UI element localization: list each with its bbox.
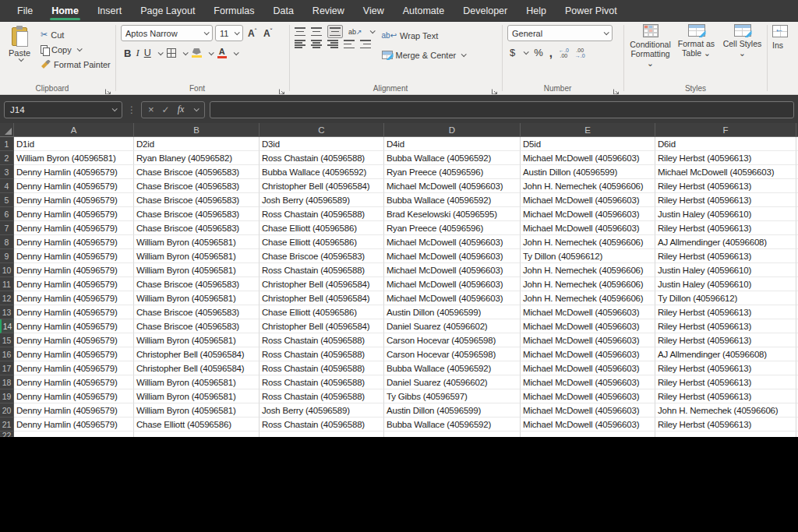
column-header-C[interactable]: C: [260, 123, 384, 137]
orientation-button[interactable]: ab↗: [348, 28, 362, 36]
cell[interactable]: John H. Nemechek (40596606): [521, 179, 655, 193]
menu-tab-view[interactable]: View: [354, 0, 394, 22]
cell[interactable]: Michael McDowell (40596603): [521, 389, 655, 403]
cell[interactable]: William Byron (40596581): [134, 333, 260, 347]
cell[interactable]: Brad Keselowski (40596595): [384, 207, 521, 221]
cell[interactable]: Ty Dillon (40596612): [521, 249, 655, 263]
cell[interactable]: Denny Hamlin (40596579): [14, 403, 134, 417]
chevron-down-icon[interactable]: [369, 28, 375, 33]
cell[interactable]: Michael McDowell (40596603): [521, 361, 655, 375]
row-header[interactable]: 9: [0, 249, 14, 263]
cell[interactable]: Michael McDowell (40596603): [521, 347, 655, 361]
cell[interactable]: Michael McDowell (40596603): [521, 221, 655, 235]
column-header-B[interactable]: B: [134, 123, 260, 137]
cell[interactable]: Chase Briscoe (40596583): [134, 193, 260, 207]
borders-button[interactable]: [167, 48, 176, 58]
row-header[interactable]: 11: [0, 277, 14, 291]
cell[interactable]: Michael McDowell (40596603): [521, 403, 655, 417]
cell[interactable]: D2id: [134, 137, 260, 151]
cell[interactable]: Ryan Blaney (40596582): [134, 151, 260, 165]
cell[interactable]: Michael McDowell (40596603): [655, 165, 796, 179]
copy-button[interactable]: Copy: [39, 42, 112, 57]
cell[interactable]: John H. Nemechek (40596606): [521, 235, 655, 249]
cell[interactable]: Ross Chastain (40596588): [260, 417, 384, 432]
cell[interactable]: Riley Herbst (40596613): [655, 389, 796, 403]
cell[interactable]: Michael McDowell (40596603): [521, 375, 655, 389]
clipboard-dialog-launcher-icon[interactable]: [104, 85, 112, 93]
column-header-F[interactable]: F: [655, 123, 796, 137]
cell[interactable]: William Byron (40596581): [14, 151, 134, 165]
cut-button[interactable]: ✂ Cut: [39, 27, 112, 42]
cell[interactable]: Michael McDowell (40596603): [521, 151, 655, 165]
font-name-combo[interactable]: Aptos Narrow: [121, 25, 213, 41]
cell[interactable]: Chase Elliott (40596586): [260, 221, 384, 235]
row-header[interactable]: 14: [0, 319, 14, 333]
comma-style-button[interactable]: ,: [549, 49, 553, 57]
insert-cells-button[interactable]: Ins: [772, 25, 798, 50]
format-painter-button[interactable]: Format Painter: [39, 57, 112, 72]
row-header[interactable]: 3: [0, 165, 14, 179]
cell[interactable]: AJ Allmendinger (40596608): [655, 235, 796, 249]
increase-indent-button[interactable]: [360, 40, 371, 48]
cell[interactable]: D4id: [384, 137, 521, 151]
cell[interactable]: Chase Briscoe (40596583): [134, 277, 260, 291]
menu-tab-automate[interactable]: Automate: [394, 0, 454, 22]
cell[interactable]: Denny Hamlin (40596579): [14, 333, 134, 347]
align-right-button[interactable]: [327, 40, 338, 48]
cell[interactable]: Michael McDowell (40596603): [521, 333, 655, 347]
cell[interactable]: William Byron (40596581): [134, 249, 260, 263]
cell[interactable]: D3id: [260, 137, 384, 151]
name-box[interactable]: J14: [4, 101, 122, 118]
cell[interactable]: Michael McDowell (40596603): [384, 277, 521, 291]
cell[interactable]: Bubba Wallace (40596592): [384, 417, 521, 432]
cell[interactable]: Christopher Bell (40596584): [134, 347, 260, 361]
cell-styles-button[interactable]: Cell Styles ⌄: [721, 24, 764, 82]
select-all-button[interactable]: [0, 123, 14, 137]
cell[interactable]: Carson Hocevar (40596598): [384, 333, 521, 347]
chevron-down-icon[interactable]: [194, 106, 200, 111]
increase-decimal-button[interactable]: ←.0.00: [559, 48, 569, 58]
middle-align-button[interactable]: [311, 27, 322, 36]
cell[interactable]: Michael McDowell (40596603): [384, 291, 521, 305]
alignment-dialog-launcher-icon[interactable]: [491, 85, 499, 93]
cell[interactable]: Ty Gibbs (40596597): [384, 389, 521, 403]
cell[interactable]: Chase Briscoe (40596583): [260, 249, 384, 263]
row-header[interactable]: 7: [0, 221, 14, 235]
cell[interactable]: William Byron (40596581): [134, 403, 260, 417]
cell[interactable]: Denny Hamlin (40596579): [14, 347, 134, 361]
align-left-button[interactable]: [295, 40, 305, 48]
cell[interactable]: Riley Herbst (40596613): [655, 221, 796, 235]
cell[interactable]: Denny Hamlin (40596579): [14, 249, 134, 263]
cell[interactable]: William Byron (40596581): [134, 291, 260, 305]
cell[interactable]: William Byron (40596581): [134, 235, 260, 249]
cell[interactable]: William Byron (40596581): [134, 389, 260, 403]
cell[interactable]: Riley Herbst (40596613): [655, 333, 796, 347]
column-header-A[interactable]: A: [14, 123, 134, 137]
row-header[interactable]: 1: [0, 137, 14, 151]
cell[interactable]: Christopher Bell (40596584): [260, 277, 384, 291]
row-header[interactable]: 18: [0, 375, 14, 389]
cell[interactable]: Denny Hamlin (40596579): [14, 389, 134, 403]
cell[interactable]: Riley Herbst (40596613): [655, 375, 796, 389]
cell[interactable]: Austin Dillon (40596599): [384, 305, 521, 319]
cell[interactable]: Chase Briscoe (40596583): [134, 221, 260, 235]
cell[interactable]: D5id: [521, 137, 655, 151]
cell[interactable]: Chase Elliott (40596586): [134, 417, 260, 432]
cell[interactable]: Christopher Bell (40596584): [260, 179, 384, 193]
cell[interactable]: Daniel Suarez (40596602): [384, 375, 521, 389]
cell[interactable]: Denny Hamlin (40596579): [14, 277, 134, 291]
cell[interactable]: Ryan Preece (40596596): [384, 165, 521, 179]
cell[interactable]: Christopher Bell (40596584): [260, 291, 384, 305]
cell[interactable]: Austin Dillon (40596599): [521, 165, 655, 179]
decrease-decimal-button[interactable]: .00→.0: [575, 48, 585, 58]
conditional-formatting-button[interactable]: Conditional Formatting ⌄: [629, 24, 672, 82]
cell[interactable]: D1id: [14, 137, 134, 151]
row-header[interactable]: 16: [0, 347, 14, 361]
cell[interactable]: John H. Nemechek (40596606): [521, 291, 655, 305]
format-as-table-button[interactable]: Format as Table ⌄: [675, 24, 718, 82]
row-header[interactable]: 12: [0, 291, 14, 305]
cell[interactable]: Michael McDowell (40596603): [521, 319, 655, 333]
wrap-text-button[interactable]: ab↩ Wrap Text: [380, 28, 468, 43]
cell[interactable]: Denny Hamlin (40596579): [14, 263, 134, 277]
menu-tab-page-layout[interactable]: Page Layout: [131, 0, 204, 22]
